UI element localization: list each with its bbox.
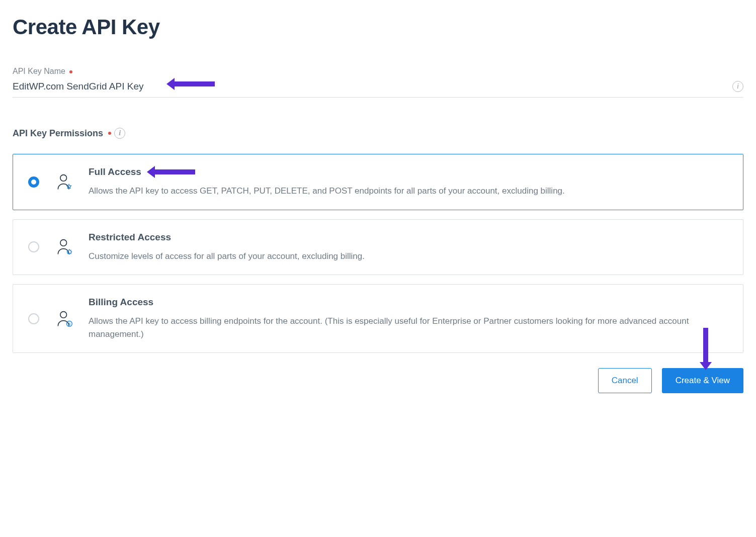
svg-text:$: $: [68, 322, 70, 326]
permissions-section-label: API Key Permissions i: [13, 128, 743, 139]
svg-point-0: [60, 174, 67, 181]
option-desc-billing: Allows the API key to access billing end…: [89, 315, 728, 340]
required-dot-icon: [108, 132, 111, 135]
api-key-name-label-text: API Key Name: [13, 67, 65, 75]
svg-line-10: [70, 250, 71, 250]
info-icon[interactable]: i: [114, 128, 125, 139]
svg-line-9: [67, 253, 68, 254]
api-key-name-input[interactable]: [13, 79, 732, 94]
svg-line-8: [70, 253, 71, 254]
cancel-button[interactable]: Cancel: [598, 368, 652, 393]
annotation-arrow-full-access: [154, 169, 195, 174]
create-view-button[interactable]: Create & View: [662, 368, 743, 393]
radio-restricted-access[interactable]: [28, 241, 39, 252]
user-star-icon: [55, 173, 73, 191]
annotation-arrow-name: [174, 81, 215, 86]
api-key-name-label: API Key Name: [13, 67, 743, 76]
actions-row: Cancel Create & View: [13, 368, 743, 393]
required-dot-icon: [69, 70, 72, 73]
permissions-section-label-text: API Key Permissions: [13, 128, 103, 139]
annotation-arrow-create: [703, 328, 708, 363]
option-desc-full: Allows the API key to access GET, PATCH,…: [89, 185, 728, 198]
svg-point-11: [60, 311, 67, 318]
svg-line-7: [67, 250, 68, 250]
svg-point-1: [60, 240, 67, 246]
option-title-restricted: Restricted Access: [89, 232, 728, 243]
option-title-billing: Billing Access: [89, 297, 728, 308]
info-icon[interactable]: i: [732, 81, 743, 92]
api-key-name-row: i: [13, 79, 743, 98]
user-dollar-icon: $: [55, 310, 73, 328]
permission-option-restricted-access[interactable]: Restricted Access Customize levels of ac…: [13, 219, 743, 276]
permission-option-full-access[interactable]: Full Access Allows the API key to access…: [13, 154, 743, 210]
user-gear-icon: [55, 238, 73, 256]
radio-billing-access[interactable]: [28, 313, 39, 324]
page-title: Create API Key: [13, 15, 743, 39]
radio-full-access[interactable]: [28, 176, 39, 188]
option-desc-restricted: Customize levels of access for all parts…: [89, 250, 728, 263]
permission-option-billing-access[interactable]: $ Billing Access Allows the API key to a…: [13, 284, 743, 353]
